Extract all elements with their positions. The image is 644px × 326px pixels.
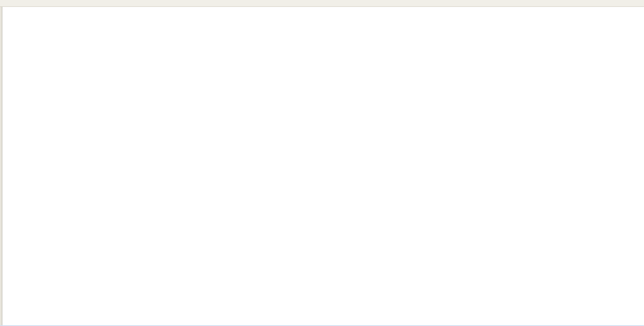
spacer xyxy=(10,14,13,20)
toolbar xyxy=(0,0,644,7)
chart-canvas[interactable] xyxy=(0,0,644,326)
window-left-edge xyxy=(0,7,2,326)
chart-title xyxy=(3,9,13,25)
trading-terminal xyxy=(0,0,644,326)
